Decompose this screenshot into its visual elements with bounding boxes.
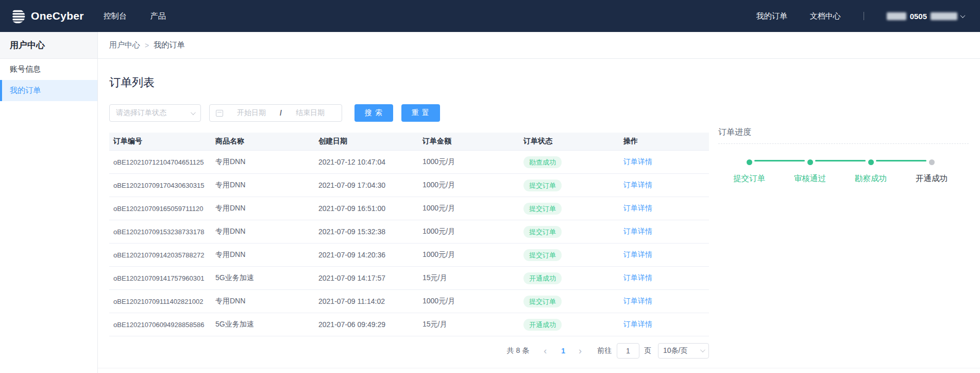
sidebar: 用户中心 账号信息我的订单 bbox=[0, 32, 98, 373]
account-menu[interactable]: 0505 bbox=[887, 12, 965, 21]
cell-order-amount: 15元/月 bbox=[418, 273, 519, 283]
cell-created-date: 2021-07-06 09:49:29 bbox=[314, 320, 418, 329]
progress-step: 提交订单 bbox=[719, 158, 780, 184]
cell-order-id: oBE120210709153238733178 bbox=[109, 228, 211, 236]
sidebar-item[interactable]: 我的订单 bbox=[0, 80, 97, 101]
page-number[interactable]: 1 bbox=[561, 347, 565, 355]
table-row: oBE1202107091417579603015G业务加速2021-07-09… bbox=[109, 267, 709, 290]
calendar-icon bbox=[216, 110, 223, 117]
cell-action: 订单详情 bbox=[619, 227, 709, 236]
cell-product-name: 专用DNN bbox=[211, 250, 314, 260]
table-body: oBE120210712104704651125专用DNN2021-07-12 … bbox=[109, 151, 709, 336]
cell-created-date: 2021-07-09 11:14:02 bbox=[314, 297, 418, 305]
nav-item[interactable]: 控制台 bbox=[104, 11, 127, 21]
cell-order-amount: 1000元/月 bbox=[418, 227, 519, 236]
cell-product-name: 5G业务加速 bbox=[211, 320, 314, 329]
order-progress-panel: 订单进度 提交订单审核通过勘察成功开通成功 bbox=[716, 59, 980, 373]
status-badge: 提交订单 bbox=[523, 249, 562, 261]
goto-label: 前往 bbox=[597, 346, 612, 355]
progress-step: 开通成功 bbox=[901, 158, 962, 184]
nav-item-my-orders[interactable]: 我的订单 bbox=[756, 11, 787, 21]
order-detail-link[interactable]: 订单详情 bbox=[623, 157, 652, 166]
cell-order-id: oBE120210709142035788272 bbox=[109, 251, 211, 259]
cell-order-amount: 1000元/月 bbox=[418, 157, 519, 167]
date-range-picker[interactable]: 开始日期 / 结束日期 bbox=[209, 104, 342, 122]
cell-action: 订单详情 bbox=[619, 320, 709, 329]
order-detail-link[interactable]: 订单详情 bbox=[623, 181, 652, 189]
cell-product-name: 专用DNN bbox=[211, 227, 314, 236]
cell-order-status: 提交订单 bbox=[519, 296, 619, 307]
table-row: oBE120210709170430630315专用DNN2021-07-09 … bbox=[109, 174, 709, 197]
column-header: 操作 bbox=[619, 137, 709, 146]
cell-action: 订单详情 bbox=[619, 157, 709, 167]
account-name: 0505 bbox=[910, 12, 927, 21]
prev-page-icon[interactable]: ‹ bbox=[544, 346, 547, 355]
order-table: 订单编号商品名称创建日期订单金额订单状态操作 oBE12021071210470… bbox=[109, 133, 709, 336]
page-size-select[interactable]: 10条/页 bbox=[658, 343, 709, 359]
onecyber-logo-icon bbox=[7, 7, 26, 26]
sidebar-menu: 账号信息我的订单 bbox=[0, 59, 97, 101]
cell-created-date: 2021-07-09 14:20:36 bbox=[314, 251, 418, 259]
page-unit-label: 页 bbox=[644, 346, 651, 355]
order-detail-link[interactable]: 订单详情 bbox=[623, 250, 652, 258]
reset-button[interactable]: 重 置 bbox=[401, 104, 440, 122]
order-detail-link[interactable]: 订单详情 bbox=[623, 320, 652, 328]
step-label: 开通成功 bbox=[901, 173, 962, 184]
column-header: 商品名称 bbox=[211, 137, 314, 146]
order-detail-link[interactable]: 订单详情 bbox=[623, 297, 652, 305]
cell-order-status: 勘查成功 bbox=[519, 156, 619, 168]
column-header: 订单编号 bbox=[109, 137, 211, 146]
date-range-separator: / bbox=[274, 109, 288, 117]
chevron-down-icon bbox=[700, 347, 705, 352]
pagination-total: 共 8 条 bbox=[507, 346, 530, 355]
start-date-input[interactable]: 开始日期 bbox=[229, 108, 274, 118]
cell-order-id: oBE120210706094928858586 bbox=[109, 321, 211, 329]
brand-name: OneCyber bbox=[31, 10, 84, 22]
nav-divider bbox=[864, 12, 864, 20]
status-badge: 提交订单 bbox=[523, 180, 562, 191]
pagination: 共 8 条 ‹ 1 › 前往 页 10条/页 bbox=[109, 336, 709, 365]
column-header: 订单状态 bbox=[519, 137, 619, 146]
app-window: OneCyber 控制台产品 我的订单 文档中心 0505 用户中心 账号信息我… bbox=[0, 0, 980, 373]
column-header: 订单金额 bbox=[418, 137, 519, 146]
page-title: 订单列表 bbox=[109, 75, 716, 90]
breadcrumb-user-center[interactable]: 用户中心 bbox=[109, 40, 140, 50]
next-page-icon[interactable]: › bbox=[579, 346, 582, 355]
goto-page-input[interactable] bbox=[617, 343, 639, 359]
order-status-placeholder: 请选择订单状态 bbox=[116, 108, 166, 118]
nav-item-doc-center[interactable]: 文档中心 bbox=[810, 11, 841, 21]
cell-created-date: 2021-07-12 10:47:04 bbox=[314, 158, 418, 166]
search-button[interactable]: 搜 索 bbox=[354, 104, 393, 122]
cell-order-status: 开通成功 bbox=[519, 272, 619, 284]
brand-logo[interactable]: OneCyber bbox=[7, 7, 84, 26]
redacted-text bbox=[887, 12, 906, 20]
end-date-input[interactable]: 结束日期 bbox=[288, 108, 332, 118]
order-detail-link[interactable]: 订单详情 bbox=[623, 273, 652, 282]
cell-order-status: 提交订单 bbox=[519, 203, 619, 215]
order-detail-link[interactable]: 订单详情 bbox=[623, 204, 652, 212]
table-header: 订单编号商品名称创建日期订单金额订单状态操作 bbox=[109, 133, 709, 151]
cell-order-status: 提交订单 bbox=[519, 249, 619, 261]
dashed-divider bbox=[718, 143, 969, 144]
table-row: oBE120210709165059711120专用DNN2021-07-09 … bbox=[109, 197, 709, 220]
nav-item[interactable]: 产品 bbox=[150, 11, 166, 21]
cell-action: 订单详情 bbox=[619, 273, 709, 283]
filter-bar: 请选择订单状态 开始日期 / 结束日期 搜 索 重 置 bbox=[109, 104, 716, 122]
step-dot-icon bbox=[807, 159, 813, 165]
sidebar-item[interactable]: 账号信息 bbox=[0, 59, 97, 80]
cell-created-date: 2021-07-09 17:04:30 bbox=[314, 181, 418, 189]
cell-order-id: oBE120210709170430630315 bbox=[109, 182, 211, 189]
table-row: oBE1202107060949288585865G业务加速2021-07-06… bbox=[109, 313, 709, 336]
progress-panel-title: 订单进度 bbox=[718, 127, 969, 138]
cell-product-name: 专用DNN bbox=[211, 181, 314, 190]
nav-main: 控制台产品 bbox=[104, 11, 166, 21]
status-badge: 开通成功 bbox=[523, 319, 562, 331]
order-detail-link[interactable]: 订单详情 bbox=[623, 227, 652, 235]
chevron-down-icon bbox=[191, 110, 196, 115]
status-badge: 提交订单 bbox=[523, 296, 562, 307]
order-status-select[interactable]: 请选择订单状态 bbox=[109, 104, 201, 122]
status-badge: 勘查成功 bbox=[523, 156, 562, 168]
cell-action: 订单详情 bbox=[619, 181, 709, 190]
breadcrumb: 用户中心 > 我的订单 bbox=[98, 32, 980, 59]
page-size-value: 10条/页 bbox=[663, 346, 687, 355]
